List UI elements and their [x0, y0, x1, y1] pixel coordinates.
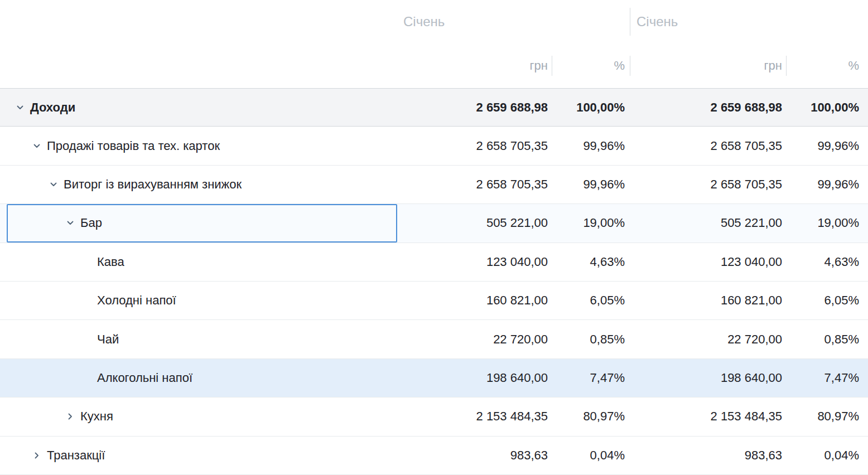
table-body: Доходи 2 659 688,98 100,00% 2 659 688,98…	[0, 88, 868, 475]
value-uah-2: 198 640,00	[630, 371, 787, 385]
row-name-cell[interactable]: Кава	[0, 243, 397, 281]
value-percent-2: 7,47%	[787, 371, 868, 385]
month-label: Січень	[636, 14, 678, 30]
value-percent-2: 80,97%	[787, 409, 868, 424]
value-percent-1: 4,63%	[552, 255, 630, 269]
chevron-down-icon[interactable]	[66, 219, 75, 227]
row-name-cell[interactable]: Бар	[0, 204, 397, 242]
value-uah-1: 2 153 484,35	[397, 409, 552, 424]
row-name-cell[interactable]: Доходи	[0, 89, 397, 126]
value-percent-1: 6,05%	[552, 293, 630, 308]
chevron-down-icon[interactable]	[16, 103, 25, 112]
row-label: Транзакції	[47, 448, 105, 463]
table-row[interactable]: Чай 22 720,00 0,85% 22 720,00 0,85%	[0, 320, 868, 358]
chevron-right-icon[interactable]	[32, 451, 41, 460]
value-percent-1: 80,97%	[552, 409, 630, 424]
row-label: Холодні напої	[97, 293, 176, 308]
row-name-cell[interactable]: Чай	[0, 320, 397, 358]
unit-header-uah-1: грн	[397, 43, 552, 88]
table-row[interactable]: Кухня 2 153 484,35 80,97% 2 153 484,35 8…	[0, 398, 868, 436]
pnl-report-table: Січень Січень грн % грн % Доходи 2 659 6…	[0, 0, 868, 475]
row-name-cell[interactable]: Транзакції	[0, 437, 397, 474]
value-percent-1: 99,96%	[552, 177, 630, 192]
value-percent-1: 100,00%	[552, 100, 630, 115]
value-percent-2: 100,00%	[787, 100, 868, 115]
row-label: Кава	[97, 255, 124, 269]
row-name-cell[interactable]: Холодні напої	[0, 282, 397, 319]
value-percent-2: 4,63%	[787, 255, 868, 269]
value-uah-1: 160 821,00	[397, 293, 552, 308]
chevron-right-icon[interactable]	[66, 412, 75, 421]
row-name-cell[interactable]: Алкогольні напої	[0, 359, 397, 397]
value-uah-2: 505 221,00	[630, 216, 787, 230]
value-uah-1: 2 659 688,98	[397, 100, 552, 115]
value-uah-2: 2 659 688,98	[630, 100, 787, 115]
row-label: Алкогольні напої	[97, 371, 192, 385]
unit-header-percent-1: %	[552, 43, 630, 88]
table-row[interactable]: Доходи 2 659 688,98 100,00% 2 659 688,98…	[0, 88, 868, 127]
value-percent-2: 6,05%	[787, 293, 868, 308]
value-uah-2: 2 658 705,35	[630, 139, 787, 153]
row-label: Чай	[97, 332, 119, 347]
month-header-january-1: Січень	[397, 0, 630, 43]
value-percent-1: 19,00%	[552, 216, 630, 230]
table-row[interactable]: Виторг із вирахуванням знижок 2 658 705,…	[0, 166, 868, 204]
value-uah-2: 2 658 705,35	[630, 177, 787, 192]
table-row[interactable]: Бар 505 221,00 19,00% 505 221,00 19,00%	[0, 204, 868, 243]
value-uah-1: 505 221,00	[397, 216, 552, 230]
table-row[interactable]: Транзакції 983,63 0,04% 983,63 0,04%	[0, 437, 868, 475]
table-row[interactable]: Продажі товарів та тех. карток 2 658 705…	[0, 127, 868, 165]
table-row[interactable]: Алкогольні напої 198 640,00 7,47% 198 64…	[0, 359, 868, 398]
table-row[interactable]: Кава 123 040,00 4,63% 123 040,00 4,63%	[0, 243, 868, 282]
month-label: Січень	[403, 14, 445, 30]
row-name-cell[interactable]: Продажі товарів та тех. карток	[0, 127, 397, 164]
value-percent-2: 99,96%	[787, 177, 868, 192]
value-percent-1: 99,96%	[552, 139, 630, 153]
chevron-down-icon[interactable]	[32, 142, 41, 151]
value-uah-2: 123 040,00	[630, 255, 787, 269]
month-header-january-2: Січень	[630, 0, 868, 43]
value-uah-1: 123 040,00	[397, 255, 552, 269]
chevron-down-icon[interactable]	[49, 180, 58, 189]
value-uah-2: 983,63	[630, 448, 787, 463]
value-percent-1: 0,04%	[552, 448, 630, 463]
row-label: Виторг із вирахуванням знижок	[64, 177, 242, 192]
value-uah-1: 983,63	[397, 448, 552, 463]
value-uah-2: 22 720,00	[630, 332, 787, 347]
row-label: Кухня	[80, 409, 113, 424]
value-uah-1: 198 640,00	[397, 371, 552, 385]
value-percent-1: 0,85%	[552, 332, 630, 347]
value-percent-2: 99,96%	[787, 139, 868, 153]
value-percent-2: 19,00%	[787, 216, 868, 230]
unit-header-uah-2: грн	[630, 43, 787, 88]
row-name-cell[interactable]: Виторг із вирахуванням знижок	[0, 166, 397, 203]
value-percent-2: 0,04%	[787, 448, 868, 463]
row-label: Бар	[80, 216, 102, 230]
table-row[interactable]: Холодні напої 160 821,00 6,05% 160 821,0…	[0, 282, 868, 320]
month-header-row: Січень Січень	[0, 0, 868, 43]
value-uah-1: 22 720,00	[397, 332, 552, 347]
row-name-cell[interactable]: Кухня	[0, 398, 397, 435]
unit-header-row: грн % грн %	[0, 43, 868, 88]
value-uah-2: 160 821,00	[630, 293, 787, 308]
value-uah-1: 2 658 705,35	[397, 177, 552, 192]
value-uah-2: 2 153 484,35	[630, 409, 787, 424]
value-uah-1: 2 658 705,35	[397, 139, 552, 153]
value-percent-2: 0,85%	[787, 332, 868, 347]
row-label: Продажі товарів та тех. карток	[47, 139, 220, 153]
unit-header-percent-2: %	[787, 43, 868, 88]
row-label: Доходи	[30, 100, 75, 115]
value-percent-1: 7,47%	[552, 371, 630, 385]
